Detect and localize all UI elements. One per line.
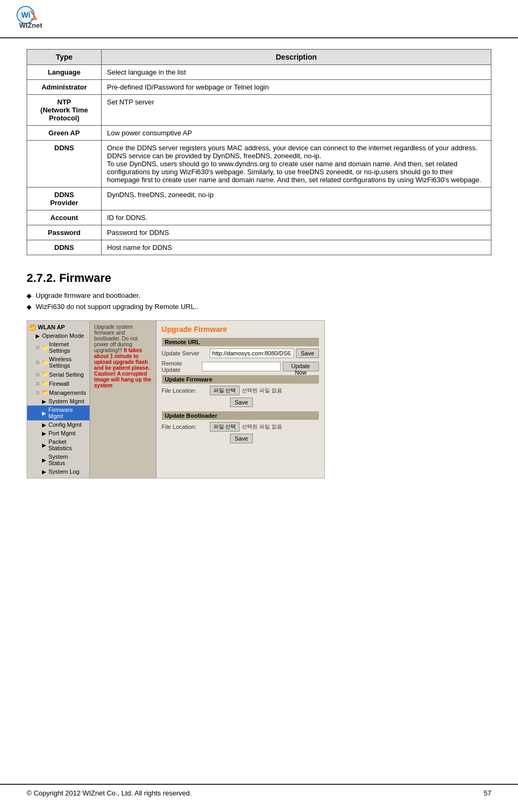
col-type-header: Type — [27, 50, 102, 65]
sidebar-item-wireless-settings[interactable]: ⊞ 📁 Wireless Settings — [27, 355, 89, 370]
arrow-right-icon: ▶ — [42, 469, 46, 475]
arrow-right-icon: ▶ — [42, 457, 46, 463]
remote-update-input[interactable] — [202, 362, 281, 371]
row-desc: Host name for DDNS — [102, 240, 491, 255]
folder-icon: 📁 — [42, 380, 49, 387]
row-desc: ID for DDNS. — [102, 210, 491, 225]
col-description-header: Description — [102, 50, 491, 65]
table-row: Green AP Low power consumptive AP — [27, 126, 491, 141]
sidebar-item-system-mgmt[interactable]: ▶ System Mgmt — [27, 397, 89, 405]
update-server-input[interactable] — [210, 348, 294, 358]
row-type: Administrator — [27, 80, 102, 95]
sidebar-item-packet-statistics[interactable]: ▶ Packet Statistics — [27, 437, 89, 452]
row-desc: Set NTP server — [102, 95, 491, 126]
file-select-button-1[interactable]: 파일 선택 — [210, 386, 240, 395]
update-bootloader-section-header: Update Bootloader — [162, 411, 319, 420]
copyright-text: © Copyright 2012 WIZnet Co., Ltd. All ri… — [27, 789, 192, 797]
remote-update-label: Remote Update — [162, 360, 202, 373]
save-button-3[interactable]: Save — [230, 434, 253, 443]
sidebar-item-system-status[interactable]: ▶ System Status — [27, 452, 89, 467]
wlan-icon: 📶 — [29, 324, 36, 330]
bullet-list: Upgrade firmware and bootloader. WizFi63… — [27, 291, 491, 311]
arrow-right-icon: ▶ — [42, 422, 46, 428]
svg-text:Wi: Wi — [21, 11, 30, 19]
row-type: DDNSProvider — [27, 188, 102, 210]
sidebar-item-firewall[interactable]: ⊞ 📁 Firewall — [27, 379, 89, 388]
sidebar-item-config-mgmt[interactable]: ▶ Config Mgmt — [27, 420, 89, 429]
sidebar-item-managements[interactable]: ⊟ 📂 Managements — [27, 388, 89, 397]
file-location-label-1: File Location: — [162, 387, 210, 394]
table-row: Language Select language in the list — [27, 65, 491, 80]
sidebar-item-serial-setting[interactable]: ⊞ 📁 Serial Setting — [27, 370, 89, 379]
save-row-2: Save — [162, 434, 319, 443]
main-content: Type Description Language Select languag… — [0, 38, 518, 500]
list-item: Upgrade firmware and bootloader. — [27, 291, 491, 299]
row-type: DDNS — [27, 141, 102, 188]
sidebar-item-system-log[interactable]: ▶ System Log — [27, 467, 89, 476]
arrow-right-icon: ▶ — [42, 442, 46, 448]
wiznet-logo-svg: Wi WIZnet — [16, 5, 69, 33]
folder-icon: 📁 — [42, 344, 49, 351]
row-type: Account — [27, 210, 102, 225]
save-row-1: Save — [162, 397, 319, 407]
no-file-text-1: 선택된 파일 없음 — [242, 387, 282, 394]
update-server-row: Update Server Save — [162, 348, 319, 358]
row-desc: DynDNS, freeDNS, zoneedit, no-ip — [102, 188, 491, 210]
no-file-text-2: 선택된 파일 없음 — [242, 423, 282, 431]
table-row: NTP(Network TimeProtocol) Set NTP server — [27, 95, 491, 126]
save-button-2[interactable]: Save — [230, 397, 253, 407]
file-select-button-2[interactable]: 파일 선택 — [210, 422, 240, 432]
file-location-row-2: File Location: 파일 선택 선택된 파일 없음 — [162, 422, 319, 432]
sidebar-item-internet-settings[interactable]: ⊞ 📁 Internet Settings — [27, 340, 89, 355]
arrow-right-icon: ▶ — [42, 399, 46, 404]
expand-icon: ⊞ — [36, 345, 40, 350]
remote-url-section-header: Remote URL — [162, 338, 319, 346]
remote-update-row: Remote Update Update Now — [162, 360, 319, 373]
page-header: Wi WIZnet — [0, 0, 518, 38]
page-number: 57 — [484, 789, 491, 797]
row-desc: Pre-defined ID/Password for webpage or T… — [102, 80, 491, 95]
panel-title: Upgrade Firmware — [162, 325, 319, 334]
description-table: Type Description Language Select languag… — [27, 49, 491, 255]
folder-open-icon: 📂 — [42, 389, 49, 396]
update-now-button[interactable]: Update Now — [283, 362, 319, 371]
section-heading-firmware: 2.7.2. Firmware — [27, 271, 491, 285]
svg-text:WIZnet: WIZnet — [19, 21, 43, 29]
update-firmware-section-header: Update Firmware — [162, 375, 319, 384]
arrow-right-icon: ▶ — [36, 333, 40, 339]
row-type: NTP(Network TimeProtocol) — [27, 95, 102, 126]
collapse-icon: ⊟ — [36, 390, 40, 395]
row-type: Password — [27, 225, 102, 240]
sidebar-item-port-mgmt[interactable]: ▶ Port Mgmt — [27, 429, 89, 437]
sidebar-item-firmware-mgmt[interactable]: ▶ Firmware Mgmt — [27, 405, 89, 420]
table-row: DDNS Once the DDNS server registers your… — [27, 141, 491, 188]
screenshot-sidebar: 📶 WLAN AP ▶ Operation Mode ⊞ 📁 Internet … — [27, 321, 90, 478]
screenshot-description: Upgrade system firmware and bootloader. … — [90, 321, 157, 478]
row-type: Green AP — [27, 126, 102, 141]
list-item: WizFi630 do not support upgrading by Rem… — [27, 303, 491, 311]
file-location-label-2: File Location: — [162, 424, 210, 430]
row-type: Language — [27, 65, 102, 80]
expand-icon: ⊞ — [36, 372, 40, 377]
table-row: Administrator Pre-defined ID/Password fo… — [27, 80, 491, 95]
folder-icon: 📁 — [42, 371, 49, 378]
folder-icon: 📁 — [42, 359, 49, 366]
table-row: Password Password for DDNS — [27, 225, 491, 240]
row-desc: Once the DDNS server registers yours MAC… — [102, 141, 491, 188]
row-desc: Password for DDNS — [102, 225, 491, 240]
row-desc: Low power consumptive AP — [102, 126, 491, 141]
row-desc: Select language in the list — [102, 65, 491, 80]
row-type: DDNS — [27, 240, 102, 255]
save-button-1[interactable]: Save — [296, 348, 319, 358]
sidebar-item-wlan-ap[interactable]: 📶 WLAN AP — [27, 323, 89, 331]
table-row: DDNSProvider DynDNS, freeDNS, zoneedit, … — [27, 188, 491, 210]
logo: Wi WIZnet — [16, 5, 69, 33]
page-footer: © Copyright 2012 WIZnet Co., Ltd. All ri… — [0, 784, 518, 801]
sidebar-item-operation-mode[interactable]: ▶ Operation Mode — [27, 331, 89, 340]
table-row: DDNS Host name for DDNS — [27, 240, 491, 255]
arrow-right-icon: ▶ — [42, 410, 46, 416]
screenshot-mockup: 📶 WLAN AP ▶ Operation Mode ⊞ 📁 Internet … — [27, 320, 325, 478]
table-row: Account ID for DDNS. — [27, 210, 491, 225]
expand-icon: ⊞ — [36, 381, 40, 386]
arrow-right-icon: ▶ — [42, 431, 46, 436]
